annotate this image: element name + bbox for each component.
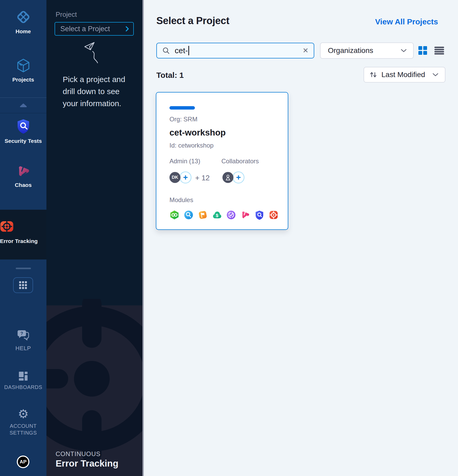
module-cloud-cost-icon: $ <box>212 210 222 220</box>
project-id: Id: cetworkshop <box>169 142 214 149</box>
panel-hint-text: Pick a project and drill down to see you… <box>63 73 125 110</box>
gear-icon: ⚙ <box>0 408 46 420</box>
modules-row: $ <box>169 210 279 220</box>
sort-dropdown[interactable]: Last Modified <box>364 67 445 83</box>
admin-avatar: DK <box>169 172 180 183</box>
add-admin-button[interactable]: + <box>179 171 191 183</box>
sidebar-item-help[interactable]: ? HELP <box>0 330 46 352</box>
sort-arrows-icon <box>369 71 377 79</box>
search-value: cet- <box>175 46 188 55</box>
sidebar-item-error-tracking[interactable]: Error Tracking <box>0 210 46 259</box>
sidebar-item-label: Error Tracking <box>0 238 46 244</box>
chevron-right-icon <box>125 26 129 32</box>
project-section-label: Project <box>56 10 77 19</box>
module-sto-icon <box>254 210 264 220</box>
error-tracking-target-icon <box>0 220 46 234</box>
sidebar-item-label: DASHBOARDS <box>0 384 46 390</box>
module-feature-flags-icon <box>198 210 208 220</box>
project-color-bar <box>169 106 195 110</box>
svg-text:$: $ <box>216 213 219 218</box>
sidebar-item-home[interactable]: Home <box>0 9 46 35</box>
admin-label: Admin (13) <box>169 158 200 165</box>
collaborator-avatar <box>222 172 233 183</box>
select-project-label: Select a Project <box>60 25 125 33</box>
scope-dropdown[interactable]: Organizations <box>320 42 414 59</box>
text-cursor <box>188 46 189 55</box>
view-all-projects-link[interactable]: View All Projects <box>375 17 438 26</box>
chevron-down-icon <box>432 73 439 77</box>
home-icon <box>0 9 46 25</box>
chaos-icon <box>0 164 46 178</box>
module-srm-icon <box>226 210 236 220</box>
person-icon <box>225 174 231 181</box>
chevron-up-icon <box>20 103 27 107</box>
collaborators-label: Collaborators <box>221 158 259 165</box>
sidebar-item-label: Home <box>0 28 46 35</box>
search-icon <box>162 47 170 55</box>
projects-cube-icon <box>0 58 46 73</box>
modules-label: Modules <box>169 196 193 204</box>
grid-view-button[interactable] <box>418 46 427 56</box>
module-kicker: CONTINUOUS <box>56 450 100 458</box>
apps-grid-icon <box>19 281 27 289</box>
sidebar-item-security-tests[interactable]: Security Tests <box>0 118 46 144</box>
module-title: Error Tracking <box>56 458 118 469</box>
sidebar-item-label: Projects <box>0 77 46 83</box>
sidebar-collapse-band[interactable] <box>0 98 46 113</box>
sidebar-item-account-settings[interactable]: ⚙ ACCOUNT SETTINGS <box>0 408 46 436</box>
security-tests-shield-icon <box>0 118 46 134</box>
module-sei-icon <box>184 210 194 220</box>
module-error-tracking-icon <box>269 210 279 220</box>
scope-selected-value: Organizations <box>328 46 401 55</box>
sidebar-item-projects[interactable]: Projects <box>0 58 46 83</box>
sidebar-item-label: HELP <box>0 345 46 352</box>
user-avatar[interactable]: AP <box>17 456 29 468</box>
chevron-down-icon <box>401 49 407 52</box>
module-chaos-icon <box>240 210 250 220</box>
project-card[interactable]: Org: SRM cet-workshop Id: cetworkshop Ad… <box>156 92 288 230</box>
project-panel: Project Select a Project Pick a project … <box>46 0 143 476</box>
project-org: Org: SRM <box>169 116 198 123</box>
total-count: Total: 1 <box>156 71 184 80</box>
sidebar-item-chaos[interactable]: Chaos <box>0 164 46 188</box>
sidebar-item-label: ACCOUNT SETTINGS <box>5 423 42 436</box>
sidebar-item-dashboards[interactable]: DASHBOARDS <box>0 372 46 390</box>
module-ci-icon <box>169 210 179 220</box>
clear-search-icon[interactable]: ✕ <box>302 46 308 55</box>
admin-more-count: + 12 <box>195 174 210 182</box>
list-view-icon <box>434 47 444 55</box>
add-collaborator-button[interactable]: + <box>232 171 244 183</box>
sidebar-divider <box>0 259 46 277</box>
search-input[interactable]: cet- ✕ <box>156 43 314 58</box>
list-view-button[interactable] <box>434 47 444 56</box>
help-chat-icon: ? <box>0 330 46 341</box>
sidebar-item-label: Chaos <box>0 182 46 188</box>
panel-main-divider <box>142 0 144 476</box>
paper-plane-doodle <box>83 41 109 67</box>
module-switcher-button[interactable] <box>13 277 33 293</box>
error-tracking-watermark <box>46 299 143 476</box>
grid-view-icon <box>418 46 427 55</box>
dashboards-icon <box>0 372 46 381</box>
sort-selected-value: Last Modified <box>381 71 432 79</box>
page-title: Select a Project <box>156 15 229 26</box>
main-content: Select a Project View All Projects cet- … <box>144 0 458 476</box>
sidebar-item-label: Security Tests <box>0 138 46 144</box>
project-name: cet-workshop <box>169 128 226 138</box>
sidebar: Home Projects Security <box>0 0 46 476</box>
svg-text:?: ? <box>20 331 23 336</box>
select-project-button[interactable]: Select a Project <box>55 22 134 36</box>
